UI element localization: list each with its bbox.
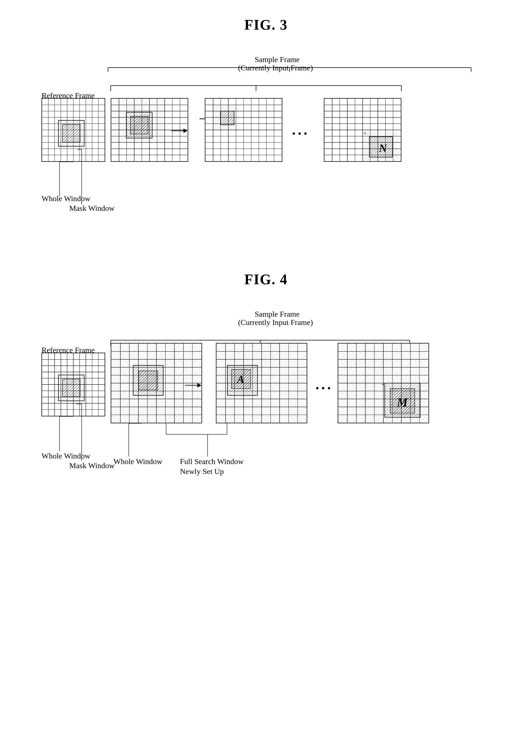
- fig3-ellipsis: ...: [292, 122, 310, 138]
- fig3-diagram: Reference Frame Sample Frame (Currently …: [33, 55, 499, 244]
- svg-text:N: N: [379, 142, 387, 154]
- fig4-sample-frame-label1: Sample Frame: [255, 310, 300, 319]
- fig4-mask-window-label: Mask Window: [69, 461, 114, 471]
- fig3-sample-frame-label1: Sample Frame: [255, 55, 300, 64]
- svg-text:*: *: [382, 383, 384, 388]
- fig4-sampleN: M *: [338, 343, 429, 423]
- fig4-title: FIG. 4: [33, 271, 499, 287]
- fig4-s2-grid: A: [216, 343, 307, 423]
- fig4-ellipsis: ...: [316, 376, 333, 392]
- figure-3-section: FIG. 3: [33, 16, 499, 244]
- svg-rect-26: [63, 124, 80, 142]
- fig3-sN-grid: N *: [324, 99, 401, 161]
- fig4-s1-grid: [111, 343, 201, 423]
- fig3-ref-grid: [42, 99, 105, 161]
- fig4-sN-grid: M *: [338, 343, 428, 423]
- fig4-full-search-label: Full Search Window Newly Set Up: [180, 457, 243, 477]
- svg-text:*: *: [364, 132, 366, 136]
- page: FIG. 3: [0, 0, 532, 756]
- fig4-whole-window2-label: Whole Window: [114, 457, 162, 467]
- fig4-ref-grid: [42, 353, 105, 416]
- fig4-sample1: [111, 343, 202, 423]
- svg-rect-216: [139, 371, 158, 390]
- svg-rect-174: [63, 379, 80, 397]
- svg-rect-53: [130, 116, 148, 134]
- fig3-sample2: [205, 98, 282, 162]
- fig3-ref-frame: [41, 98, 105, 162]
- fig4-sample-frame-label2: (Currently Input Frame): [238, 318, 313, 327]
- fig3-sample1: [111, 98, 188, 162]
- fig3-sample-frame-label2: (Currently Input Frame): [238, 64, 313, 72]
- fig4-diagram: Reference Frame Sample Frame (Currently …: [33, 310, 499, 526]
- fig3-whole-window-label: Whole Window: [41, 194, 90, 203]
- fig3-sampleN: N *: [324, 98, 401, 162]
- fig3-s2-grid: [205, 99, 282, 161]
- svg-rect-94: [220, 111, 234, 125]
- fig4-sample2: A: [216, 343, 307, 423]
- fig4-ref-frame: [41, 353, 105, 417]
- fig3-s1-grid: [111, 99, 188, 161]
- figure-4-section: FIG. 4 Reference Frame Sample Frame (Cur…: [33, 271, 499, 526]
- fig3-title: FIG. 3: [33, 16, 499, 33]
- fig4-whole-window1-label: Whole Window: [41, 451, 90, 461]
- fig3-mask-window-label: Mask Window: [69, 203, 114, 213]
